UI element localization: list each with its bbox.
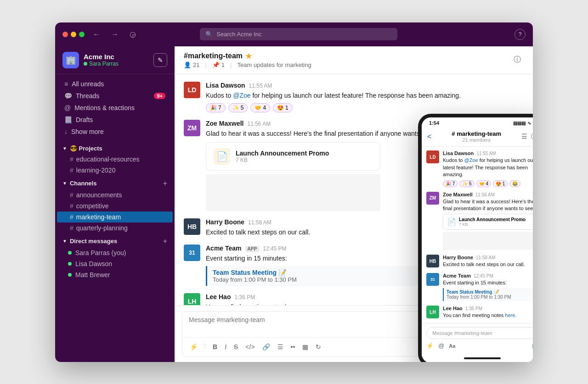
message-author: Acme Team bbox=[206, 245, 242, 252]
sidebar-item-all-unreads[interactable]: ≡ All unreads bbox=[57, 78, 173, 90]
mention-zoe: @Zoe bbox=[233, 92, 250, 99]
italic-button[interactable]: I bbox=[223, 341, 228, 352]
search-input[interactable] bbox=[216, 31, 392, 38]
channel-meta: 👤 21 | 📌 1 | Team updates for marketing bbox=[184, 61, 311, 68]
sidebar-item-threads[interactable]: 💬 Threads 9+ bbox=[57, 90, 173, 102]
mobile-preview: 1:54 ▤▤▤ ∿ ▮ < # marketing-team 21 membe… bbox=[418, 114, 533, 362]
projects-label: 😎 Projects bbox=[70, 145, 102, 152]
mobile-search-icon[interactable]: ☰ bbox=[521, 133, 527, 141]
unordered-list-button[interactable]: •• bbox=[289, 341, 297, 352]
channels-section-header[interactable]: ▼ Channels + bbox=[55, 176, 175, 189]
channel-title: #marketing-team ★ bbox=[184, 52, 311, 61]
mobile-font-icon[interactable]: Aa bbox=[449, 343, 455, 349]
dm-section-header[interactable]: ▼ Direct messages + bbox=[55, 234, 175, 247]
mobile-channel-name: # marketing-team bbox=[431, 130, 521, 137]
workspace-info: 🏢 Acme Inc Sara Parras bbox=[62, 52, 119, 68]
sidebar-item-label: Show more bbox=[71, 128, 104, 135]
code-button[interactable]: </> bbox=[243, 341, 256, 352]
mobile-avatar-acme: 31 bbox=[426, 273, 439, 286]
mobile-back-button[interactable]: < bbox=[427, 133, 431, 141]
reaction-sparkle[interactable]: ✨ 5 bbox=[228, 103, 248, 112]
home-line bbox=[464, 357, 501, 359]
channel-item-learning-2020[interactable]: # learning-2020 bbox=[57, 165, 173, 176]
nav-section: ≡ All unreads 💬 Threads 9+ @ Mentions & … bbox=[55, 74, 175, 141]
maximize-button[interactable] bbox=[79, 32, 85, 37]
mobile-time: 1:54 bbox=[429, 120, 439, 126]
sidebar-item-label: All unreads bbox=[72, 80, 104, 88]
dm-arrow-icon: ▼ bbox=[62, 239, 67, 244]
channel-info-button[interactable]: ⓘ bbox=[511, 53, 524, 67]
channel-item-marketing-team[interactable]: # marketing-team bbox=[57, 211, 173, 223]
add-dm-button[interactable]: + bbox=[163, 237, 167, 245]
drafts-icon: 📃 bbox=[64, 116, 72, 123]
compose-button[interactable]: ✎ bbox=[153, 53, 167, 67]
mobile-channel-info: # marketing-team 21 members bbox=[431, 130, 521, 143]
channel-description: Team updates for marketing bbox=[237, 61, 311, 68]
minimize-button[interactable] bbox=[71, 32, 76, 37]
mobile-composer: Message #marketing-team ⚡ @ Aa ► bbox=[422, 323, 533, 354]
wifi-icon: ∿ bbox=[527, 121, 531, 126]
back-button[interactable]: ← bbox=[90, 28, 103, 40]
mobile-message-acme: 31 Acme Team 12:45 PM Event starting in … bbox=[426, 273, 533, 301]
workspace-user: Sara Parras bbox=[84, 61, 119, 67]
dm-item-lisa[interactable]: Lisa Dawson bbox=[55, 258, 175, 269]
title-bar: ← → ◶ 🔍 ? bbox=[55, 22, 533, 46]
block-button[interactable]: ▦ bbox=[300, 341, 310, 352]
strikethrough-button[interactable]: S bbox=[232, 341, 240, 352]
chat-header: #marketing-team ★ 👤 21 | 📌 1 | Team upda… bbox=[175, 46, 533, 74]
sidebar-item-drafts[interactable]: 📃 Drafts bbox=[57, 114, 173, 126]
mobile-toolbar: ⚡ @ Aa ► bbox=[426, 342, 533, 350]
sidebar-item-show-more[interactable]: ↓ Show more bbox=[57, 126, 173, 138]
mobile-send-button[interactable]: ► bbox=[531, 342, 533, 350]
message-time: 11:56 AM bbox=[247, 121, 271, 127]
mobile-avatar-zoe: ZM bbox=[426, 192, 439, 205]
dm-item-sara[interactable]: Sara Parras (you) bbox=[55, 247, 175, 258]
bold-button[interactable]: B bbox=[211, 341, 219, 352]
mobile-file-icon: 📄 bbox=[447, 217, 456, 226]
search-bar[interactable]: 🔍 bbox=[200, 28, 397, 40]
search-icon: 🔍 bbox=[205, 31, 213, 38]
more-button[interactable]: ↻ bbox=[314, 341, 323, 352]
reaction-heart-eyes[interactable]: 😍 1 bbox=[273, 103, 293, 112]
sidebar-item-label: Drafts bbox=[76, 116, 93, 123]
reaction-handshake[interactable]: 🤝 4 bbox=[250, 103, 270, 112]
reaction-party[interactable]: 🎉 7 bbox=[206, 103, 226, 112]
forward-button[interactable]: → bbox=[108, 28, 121, 40]
sidebar-item-label: Mentions & reactions bbox=[74, 104, 135, 111]
channel-item-competitive[interactable]: # competitive bbox=[57, 200, 173, 211]
lightning-button[interactable]: ⚡ bbox=[188, 341, 199, 352]
mobile-message-input[interactable]: Message #marketing-team bbox=[426, 327, 533, 339]
mentions-icon: @ bbox=[64, 104, 71, 111]
hash-icon: # bbox=[70, 156, 74, 163]
show-more-icon: ↓ bbox=[64, 128, 68, 135]
members-count: 👤 21 bbox=[184, 61, 199, 68]
mobile-signal-icons: ▤▤▤ ∿ ▮ bbox=[513, 121, 533, 126]
sidebar-item-mentions[interactable]: @ Mentions & reactions bbox=[57, 102, 173, 114]
projects-section-header[interactable]: ▼ 😎 Projects bbox=[55, 141, 175, 154]
projects-arrow-icon: ▼ bbox=[62, 146, 67, 151]
hash-icon: # bbox=[70, 224, 74, 232]
sidebar: 🏢 Acme Inc Sara Parras ✎ ≡ All unreads bbox=[55, 46, 175, 362]
message-author: Harry Boone bbox=[206, 218, 244, 226]
ordered-list-button[interactable]: ☰ bbox=[276, 341, 285, 352]
mobile-message-lisa: LD Lisa Dawson 11:55 AM Kudos to @Zoe fo… bbox=[426, 150, 533, 187]
add-channel-button[interactable]: + bbox=[163, 179, 167, 188]
close-button[interactable] bbox=[62, 32, 68, 37]
help-button[interactable]: ? bbox=[514, 29, 526, 40]
link-button[interactable]: 🔗 bbox=[260, 341, 272, 352]
avatar-zoe: ZM bbox=[184, 120, 200, 136]
mobile-avatar-lisa: LD bbox=[426, 150, 439, 163]
hash-icon: # bbox=[70, 213, 74, 221]
mobile-info-icon[interactable]: ⓘ bbox=[531, 133, 533, 141]
channel-item-quarterly-planning[interactable]: # quarterly-planning bbox=[57, 223, 173, 234]
history-button[interactable]: ◶ bbox=[127, 28, 139, 40]
mobile-lightning-icon[interactable]: ⚡ bbox=[426, 342, 434, 349]
channel-item-educational-resources[interactable]: # educational-resources bbox=[57, 154, 173, 165]
dm-item-matt[interactable]: Matt Brewer bbox=[55, 269, 175, 280]
message-time: 1:36 PM bbox=[234, 294, 255, 301]
threads-badge: 9+ bbox=[154, 93, 165, 99]
channel-item-announcements[interactable]: # announcements bbox=[57, 189, 173, 200]
sidebar-item-label: Threads bbox=[76, 92, 99, 100]
mobile-at-icon[interactable]: @ bbox=[438, 342, 444, 349]
app-window: ← → ◶ 🔍 ? 🏢 Acme Inc Sara Parras bbox=[55, 22, 533, 362]
